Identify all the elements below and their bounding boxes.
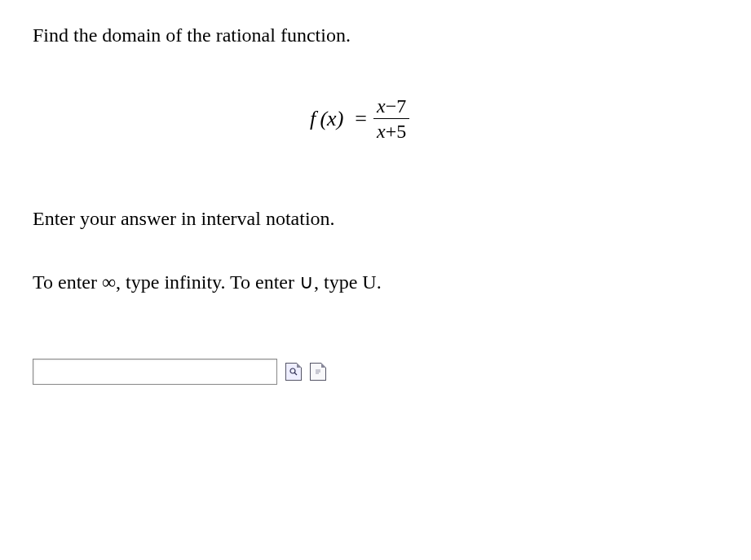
answer-row (33, 359, 718, 385)
numerator-const: −7 (386, 95, 407, 117)
input-hint: To enter ∞, type infinity. To enter ∪, t… (33, 271, 718, 293)
answer-input[interactable] (33, 359, 277, 385)
numerator: x−7 (373, 95, 409, 119)
equation-display: f (x) = x−7 x+5 (310, 95, 409, 143)
equation-lhs: f (x) (310, 107, 343, 131)
svg-line-1 (294, 373, 297, 375)
help-icon[interactable] (310, 363, 326, 381)
denominator: x+5 (373, 119, 409, 142)
preview-icon[interactable] (285, 363, 302, 381)
numerator-var: x (377, 95, 386, 117)
denominator-var: x (377, 121, 386, 142)
answer-instruction: Enter your answer in interval notation. (33, 208, 718, 230)
function-name: f (310, 107, 316, 130)
denominator-const: +5 (386, 121, 407, 142)
fraction: x−7 x+5 (373, 95, 409, 143)
function-arg: x (327, 107, 337, 130)
question-prompt: Find the domain of the rational function… (33, 24, 718, 46)
equals-sign: = (355, 107, 367, 131)
